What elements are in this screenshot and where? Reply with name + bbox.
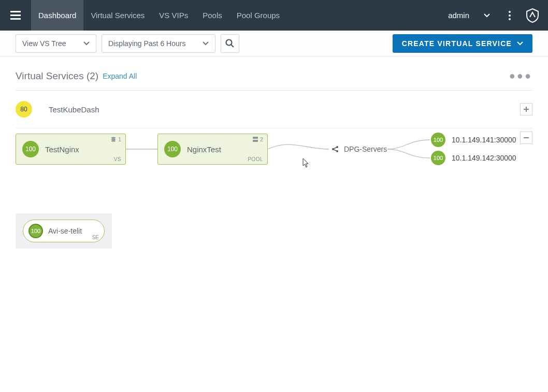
user-label: admin: [444, 11, 473, 20]
share-icon: [331, 146, 339, 153]
database-icon: [111, 137, 116, 142]
chevron-down-icon: [483, 13, 491, 18]
section-more-menu[interactable]: ●●●: [509, 70, 532, 82]
vs-card-testnginx[interactable]: 100 TestNginx VS 1: [16, 134, 126, 165]
pool-group-label: DPG-Servers: [344, 145, 387, 153]
server-1[interactable]: 100 10.1.149.141:30000: [431, 133, 516, 147]
chevron-down-icon: [517, 41, 523, 46]
svg-point-5: [509, 18, 511, 20]
server-2[interactable]: 100 10.1.149.142:30000: [431, 151, 516, 165]
health-badge: 100: [431, 133, 445, 147]
section-header: Virtual Services (2) Expand All ●●●: [16, 67, 532, 91]
expand-all-link[interactable]: Expand All: [103, 72, 137, 80]
svg-point-17: [336, 146, 338, 148]
create-button-label: CREATE VIRTUAL SERVICE: [402, 39, 512, 48]
search-icon: [225, 39, 235, 48]
svg-rect-0: [10, 11, 21, 12]
nav-tabs: Dashboard Virtual Services VS VIPs Pools…: [31, 0, 287, 31]
health-badge: 100: [164, 141, 181, 157]
shield-icon: [525, 8, 540, 23]
top-nav: Dashboard Virtual Services VS VIPs Pools…: [0, 0, 548, 31]
tab-pools[interactable]: Pools: [195, 0, 229, 31]
svg-rect-2: [10, 18, 21, 20]
se-label: Avi-se-telit: [48, 227, 82, 235]
health-badge: 100: [431, 151, 445, 165]
toolbar: View VS Tree Displaying Past 6 Hours CRE…: [0, 31, 548, 56]
svg-point-6: [226, 39, 232, 45]
pool-card-nginxtest[interactable]: 100 NginxTest POOL 2: [157, 134, 268, 165]
tab-dashboard[interactable]: Dashboard: [31, 0, 83, 31]
expand-button[interactable]: [520, 103, 532, 115]
section-title: Virtual Services (2): [16, 70, 98, 82]
time-range-value: Displaying Past 6 Hours: [108, 39, 198, 48]
chevron-down-icon: [83, 41, 90, 46]
svg-rect-1: [10, 14, 21, 16]
health-badge: 100: [22, 141, 39, 157]
svg-point-12: [111, 138, 116, 140]
kebab-icon: [509, 11, 511, 20]
svg-rect-14: [253, 137, 258, 139]
pool-group-dpg-servers[interactable]: DPG-Servers: [331, 145, 387, 153]
minus-icon: [523, 137, 529, 139]
svg-point-11: [111, 137, 116, 138]
svg-point-18: [336, 150, 338, 152]
view-select-value: View VS Tree: [22, 39, 79, 48]
create-virtual-service-button[interactable]: CREATE VIRTUAL SERVICE: [393, 34, 532, 53]
svg-rect-15: [253, 140, 258, 142]
svg-point-3: [509, 11, 511, 13]
svg-line-20: [334, 150, 337, 151]
vs-card-tag: VS: [114, 156, 121, 162]
nav-right: admin: [444, 0, 548, 31]
tab-vs-vips[interactable]: VS VIPs: [152, 0, 195, 31]
health-badge: 100: [28, 224, 43, 238]
more-menu[interactable]: [500, 0, 519, 31]
menu-button[interactable]: [0, 0, 31, 31]
pool-card-label: NginxTest: [187, 145, 221, 154]
server-address: 10.1.149.142:30000: [452, 154, 516, 162]
svg-line-7: [232, 45, 234, 47]
vs-tree-testnginx: 100 TestNginx VS 1 100 NginxTest POOL 2: [16, 128, 532, 284]
service-engine-panel: 100 Avi-se-telit SE: [16, 213, 112, 249]
view-select[interactable]: View VS Tree: [16, 34, 96, 53]
brand-logo[interactable]: [523, 0, 542, 31]
chevron-down-icon: [203, 41, 209, 46]
service-engine-avi-se-telit[interactable]: 100 Avi-se-telit SE: [23, 220, 105, 242]
vs-row-testkubedash[interactable]: 80 TestKubeDash: [16, 91, 532, 128]
vs-card-label: TestNginx: [45, 145, 79, 154]
collapse-button[interactable]: [520, 132, 532, 144]
svg-point-4: [509, 14, 511, 17]
pool-card-count: 2: [253, 136, 263, 142]
health-badge: 80: [16, 101, 32, 118]
search-button[interactable]: [221, 34, 239, 53]
cursor-icon: [302, 158, 310, 168]
server-address: 10.1.149.141:30000: [452, 136, 516, 144]
time-range-select[interactable]: Displaying Past 6 Hours: [102, 34, 215, 53]
hamburger-icon: [10, 11, 21, 20]
pool-card-tag: POOL: [248, 156, 263, 162]
svg-line-19: [334, 148, 337, 149]
tab-pool-groups[interactable]: Pool Groups: [229, 0, 287, 31]
vs-name: TestKubeDash: [49, 105, 99, 114]
content-area: Virtual Services (2) Expand All ●●● 80 T…: [0, 56, 548, 294]
tab-virtual-services[interactable]: Virtual Services: [83, 0, 152, 31]
server-icon: [253, 137, 258, 142]
plus-icon: [523, 106, 529, 112]
se-tag: SE: [92, 235, 99, 240]
svg-point-13: [111, 140, 116, 141]
user-menu-toggle[interactable]: [478, 0, 496, 31]
vs-card-count: 1: [111, 136, 121, 142]
